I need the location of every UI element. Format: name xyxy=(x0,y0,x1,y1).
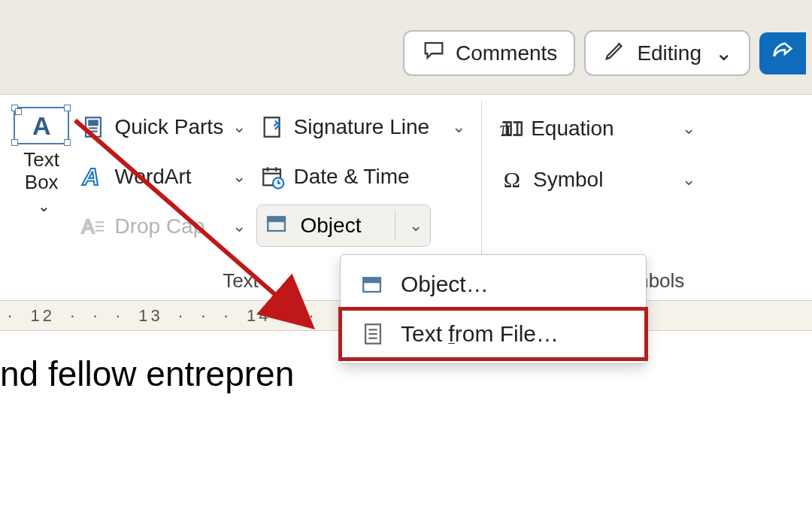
comments-button[interactable]: Comments xyxy=(403,30,575,76)
text-box-icon: A xyxy=(14,107,69,144)
document-text: nd fellow entrepren xyxy=(0,354,294,394)
date-time-icon xyxy=(259,164,286,190)
menu-item-object-label: Object… xyxy=(401,272,489,297)
chevron-down-icon: ⌄ xyxy=(452,117,465,137)
comment-icon xyxy=(421,38,447,68)
signature-line-label: Signature Line xyxy=(294,115,430,139)
symbol-button[interactable]: Ω Symbol ⌄ xyxy=(495,158,698,202)
ruler-mark: 13 xyxy=(138,306,162,326)
menu-item-text-from-file-label: Text from File… xyxy=(401,321,559,347)
ruler-mark: 14 xyxy=(247,306,271,326)
share-icon xyxy=(770,39,795,68)
menu-item-object[interactable]: Object… xyxy=(341,260,646,309)
chevron-down-icon: ⌄ xyxy=(715,41,732,65)
text-box-label-2: Box xyxy=(25,171,59,193)
word-art-button[interactable]: A WordArt ⌄ xyxy=(77,155,248,199)
chevron-down-icon: ⌄ xyxy=(38,198,50,214)
svg-text:A: A xyxy=(82,164,100,190)
date-time-button[interactable]: Date & Time xyxy=(256,155,480,199)
share-button[interactable] xyxy=(759,32,806,74)
omega-icon: Ω xyxy=(498,167,526,193)
object-icon xyxy=(360,272,386,297)
chevron-down-icon: ⌄ xyxy=(682,119,695,138)
object-split-button[interactable]: Object ⌄ xyxy=(256,205,431,247)
ruler-mark: 12 xyxy=(30,306,54,326)
symbol-label: Symbol xyxy=(533,168,603,192)
file-text-icon xyxy=(360,321,386,347)
svg-text:A: A xyxy=(82,216,95,237)
object-dropdown-menu: Object… Text from File… xyxy=(340,254,647,364)
chevron-down-icon: ⌄ xyxy=(682,170,695,190)
quick-parts-label: Quick Parts xyxy=(114,115,223,139)
drop-cap-icon: A xyxy=(80,214,107,239)
signature-icon xyxy=(259,114,286,140)
menu-item-text-from-file[interactable]: Text from File… xyxy=(341,309,646,359)
svg-rect-18 xyxy=(363,278,380,283)
chevron-down-icon: ⌄ xyxy=(232,117,246,137)
word-art-label: WordArt xyxy=(114,165,191,189)
equation-button[interactable]: π Equation ⌄ xyxy=(495,107,698,150)
object-label: Object xyxy=(301,214,362,238)
chevron-down-icon: ⌄ xyxy=(409,216,423,235)
quick-parts-icon xyxy=(80,114,107,140)
equation-label: Equation xyxy=(531,117,614,141)
chevron-down-icon: ⌄ xyxy=(232,217,246,236)
text-box-label-1: Text xyxy=(23,148,59,171)
svg-rect-16 xyxy=(268,217,285,221)
date-time-label: Date & Time xyxy=(294,165,410,189)
quick-parts-button[interactable]: Quick Parts ⌄ xyxy=(77,105,248,149)
drop-cap-button: A Drop Cap ⌄ xyxy=(77,205,248,248)
drop-cap-label: Drop Cap xyxy=(114,214,205,238)
pencil-icon xyxy=(602,38,628,68)
text-box-button[interactable]: A Text Box ⌄ xyxy=(14,104,69,248)
comments-label: Comments xyxy=(456,41,557,65)
chevron-down-icon: ⌄ xyxy=(232,167,246,187)
editing-mode-button[interactable]: Editing ⌄ xyxy=(584,30,750,76)
editing-label: Editing xyxy=(637,41,701,65)
object-icon xyxy=(265,211,290,241)
word-art-icon: A xyxy=(80,164,107,190)
signature-line-button[interactable]: Signature Line ⌄ xyxy=(256,105,480,149)
svg-rect-1 xyxy=(89,121,98,126)
